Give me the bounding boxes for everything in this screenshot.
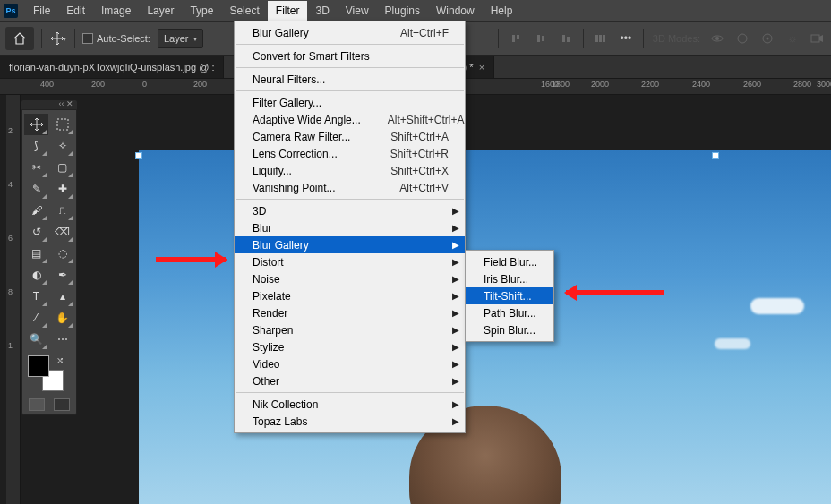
document-tab-1[interactable]: florian-van-duyn-pXToxwjqIiQ-unsplash.jp… — [0, 56, 224, 78]
menu-item-label: Convert for Smart Filters — [253, 50, 370, 63]
eraser-tool[interactable]: ⌫ — [50, 221, 74, 243]
quick-mask-icon[interactable] — [29, 398, 45, 411]
auto-select-checkbox[interactable]: Auto-Select: — [82, 33, 150, 44]
history-brush-tool[interactable]: ↺ — [24, 221, 48, 243]
move-tool[interactable] — [24, 114, 48, 135]
brush-tool[interactable]: 🖌 — [24, 200, 48, 221]
menu-help[interactable]: Help — [483, 1, 521, 21]
home-button[interactable] — [5, 27, 34, 50]
align-bottom-icon[interactable] — [558, 31, 574, 46]
menu-file[interactable]: File — [25, 1, 58, 21]
menu-item-noise[interactable]: Noise▶ — [235, 270, 465, 287]
swap-colors-icon[interactable]: ⤭ — [56, 355, 64, 365]
menu-filter[interactable]: Filter — [268, 1, 308, 21]
menu-select[interactable]: Select — [221, 1, 267, 21]
menu-item-neural-filters[interactable]: Neural Filters... — [235, 71, 465, 88]
type-tool[interactable]: T — [24, 286, 48, 307]
path-selection-tool[interactable]: ▴ — [50, 286, 74, 307]
3d-camera-icon[interactable] — [810, 31, 826, 46]
distribute-icon[interactable] — [593, 31, 609, 46]
collapse-icon[interactable]: ‹‹ ✕ — [59, 100, 74, 109]
ruler-tick: 1 — [8, 341, 13, 350]
menu-type[interactable]: Type — [182, 1, 221, 21]
menu-plugins[interactable]: Plugins — [377, 1, 428, 21]
menu-item-tilt-shift[interactable]: Tilt-Shift... — [466, 287, 553, 304]
blur-tool[interactable]: ◌ — [50, 243, 74, 264]
menu-item-label: Lens Correction... — [253, 148, 338, 160]
menu-item-blur-gallery[interactable]: Blur GalleryAlt+Ctrl+F — [235, 24, 465, 41]
menubar: Ps FileEditImageLayerTypeSelectFilter3DV… — [0, 0, 831, 21]
options-right: ••• 3D Modes: ☼ — [498, 29, 826, 48]
menu-view[interactable]: View — [338, 1, 377, 21]
menu-window[interactable]: Window — [428, 1, 483, 21]
align-top-icon[interactable] — [508, 31, 524, 46]
submenu-arrow-icon: ▶ — [452, 308, 459, 318]
menu-item-video[interactable]: Video▶ — [235, 355, 465, 372]
transform-handle[interactable] — [135, 152, 142, 159]
menu-item-vanishing-point[interactable]: Vanishing Point...Alt+Ctrl+V — [235, 179, 465, 196]
ruler-vertical[interactable]: 24681 — [6, 95, 21, 504]
panel-tabbar[interactable]: ‹‹ ✕ — [21, 100, 77, 109]
zoom-tool[interactable]: 🔍 — [24, 329, 48, 350]
frame-tool[interactable]: ▢ — [50, 157, 74, 178]
menu-item-convert-for-smart-filters[interactable]: Convert for Smart Filters — [235, 47, 465, 64]
menu-item-filter-gallery[interactable]: Filter Gallery... — [235, 94, 465, 111]
lasso-tool[interactable]: ⟆ — [24, 135, 48, 157]
menu-item-3d[interactable]: 3D▶ — [235, 202, 465, 219]
3d-orbit-icon[interactable] — [709, 31, 725, 46]
ps-logo: Ps — [4, 4, 18, 18]
menu-item-liquify[interactable]: Liquify...Shift+Ctrl+X — [235, 162, 465, 179]
clone-stamp-tool[interactable]: ⎍ — [50, 200, 74, 221]
layer-combo[interactable]: Layer ▾ — [158, 29, 204, 48]
svg-point-4 — [715, 37, 719, 40]
marquee-tool[interactable] — [50, 114, 74, 135]
menu-item-stylize[interactable]: Stylize▶ — [235, 338, 465, 355]
menu-item-camera-raw-filter[interactable]: Camera Raw Filter...Shift+Ctrl+A — [235, 128, 465, 145]
divider — [583, 29, 584, 48]
3d-light-icon[interactable]: ☼ — [784, 31, 801, 46]
close-icon[interactable]: × — [479, 62, 484, 73]
screen-mode-icon[interactable] — [54, 398, 70, 411]
crop-tool[interactable]: ✂ — [24, 157, 48, 178]
menu-layer[interactable]: Layer — [139, 1, 182, 21]
menu-item-render[interactable]: Render▶ — [235, 304, 465, 321]
menu-item-spin-blur[interactable]: Spin Blur... — [466, 321, 553, 338]
healing-brush-tool[interactable]: ✚ — [50, 178, 74, 200]
menu-item-other[interactable]: Other▶ — [235, 372, 465, 389]
dodge-tool[interactable]: ◐ — [24, 264, 48, 286]
menu-item-nik-collection[interactable]: Nik Collection▶ — [235, 396, 465, 413]
menu-item-blur-gallery[interactable]: Blur Gallery▶ — [235, 236, 465, 253]
move-icon[interactable]: ▾ — [49, 30, 67, 47]
3d-slide-icon[interactable] — [759, 31, 775, 46]
align-vcenter-icon[interactable] — [533, 31, 549, 46]
magic-wand-tool[interactable]: ✧ — [50, 135, 74, 157]
menu-item-sharpen[interactable]: Sharpen▶ — [235, 321, 465, 338]
edit-toolbar[interactable]: ⋯ — [50, 329, 74, 350]
menu-item-field-blur[interactable]: Field Blur... — [466, 253, 553, 270]
hand-tool[interactable]: ✋ — [50, 307, 74, 329]
menu-item-adaptive-wide-angle[interactable]: Adaptive Wide Angle...Alt+Shift+Ctrl+A — [235, 111, 465, 128]
menu-edit[interactable]: Edit — [58, 1, 93, 21]
menu-item-path-blur[interactable]: Path Blur... — [466, 304, 553, 321]
pen-tool[interactable]: ✒ — [50, 264, 74, 286]
menu-item-pixelate[interactable]: Pixelate▶ — [235, 287, 465, 304]
flyout-indicator-icon — [42, 301, 47, 306]
more-icon[interactable]: ••• — [618, 31, 634, 46]
line-tool[interactable]: ∕ — [24, 307, 48, 329]
menu-item-iris-blur[interactable]: Iris Blur... — [466, 270, 553, 287]
3d-pan-icon[interactable] — [734, 31, 750, 46]
menu-item-distort[interactable]: Distort▶ — [235, 253, 465, 270]
menu-3d[interactable]: 3D — [307, 1, 337, 21]
menu-item-shortcut: Alt+Shift+Ctrl+A — [361, 114, 465, 126]
ruler-tick: 400 — [40, 80, 54, 89]
menu-image[interactable]: Image — [93, 1, 139, 21]
menu-item-lens-correction[interactable]: Lens Correction...Shift+Ctrl+R — [235, 145, 465, 162]
menu-item-topaz-labs[interactable]: Topaz Labs▶ — [235, 413, 465, 430]
foreground-color-swatch[interactable] — [28, 355, 49, 377]
transform-handle[interactable] — [712, 152, 719, 159]
eyedropper-tool[interactable]: ✎ — [24, 178, 48, 200]
gradient-tool[interactable]: ▤ — [24, 243, 48, 264]
menu-item-blur[interactable]: Blur▶ — [235, 219, 465, 236]
color-swatches[interactable]: ⤭ — [28, 355, 64, 391]
ruler-tick: 200 — [193, 80, 207, 89]
